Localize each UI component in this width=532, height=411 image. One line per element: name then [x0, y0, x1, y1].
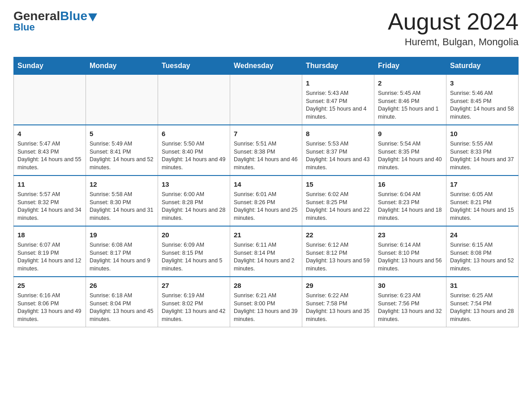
calendar-cell: 30Sunrise: 6:23 AM Sunset: 7:56 PM Dayli…: [374, 277, 446, 327]
calendar-cell: 4Sunrise: 5:47 AM Sunset: 8:43 PM Daylig…: [14, 125, 86, 176]
day-number: 27: [162, 281, 226, 290]
calendar-cell: 21Sunrise: 6:11 AM Sunset: 8:14 PM Dayli…: [230, 226, 302, 277]
day-number: 9: [378, 129, 442, 138]
calendar-cell: 1Sunrise: 5:43 AM Sunset: 8:47 PM Daylig…: [302, 75, 374, 125]
day-info: Sunrise: 6:00 AM Sunset: 8:28 PM Dayligh…: [162, 191, 226, 222]
day-info: Sunrise: 5:55 AM Sunset: 8:33 PM Dayligh…: [450, 140, 515, 171]
calendar-header-friday: Friday: [374, 57, 446, 75]
calendar-header-wednesday: Wednesday: [230, 57, 302, 75]
day-number: 7: [234, 129, 298, 138]
calendar-cell: [14, 75, 86, 125]
day-number: 11: [17, 180, 82, 189]
day-number: 31: [450, 281, 515, 290]
day-info: Sunrise: 6:01 AM Sunset: 8:26 PM Dayligh…: [234, 191, 298, 222]
day-info: Sunrise: 6:14 AM Sunset: 8:10 PM Dayligh…: [378, 241, 442, 273]
calendar-cell: 31Sunrise: 6:25 AM Sunset: 7:54 PM Dayli…: [446, 277, 519, 327]
day-number: 12: [90, 180, 154, 189]
day-info: Sunrise: 5:47 AM Sunset: 8:43 PM Dayligh…: [17, 140, 82, 171]
day-info: Sunrise: 5:53 AM Sunset: 8:37 PM Dayligh…: [306, 140, 370, 171]
day-number: 13: [162, 180, 226, 189]
calendar-cell: 20Sunrise: 6:09 AM Sunset: 8:15 PM Dayli…: [158, 226, 230, 277]
day-info: Sunrise: 6:08 AM Sunset: 8:17 PM Dayligh…: [90, 241, 154, 273]
day-number: 3: [450, 78, 515, 88]
calendar-cell: 15Sunrise: 6:02 AM Sunset: 8:25 PM Dayli…: [302, 176, 374, 226]
day-number: 20: [162, 230, 226, 240]
day-info: Sunrise: 5:43 AM Sunset: 8:47 PM Dayligh…: [306, 90, 370, 121]
day-number: 1: [306, 78, 370, 88]
calendar-cell: 2Sunrise: 5:45 AM Sunset: 8:46 PM Daylig…: [374, 75, 446, 125]
day-number: 6: [162, 129, 226, 138]
calendar-week-row: 1Sunrise: 5:43 AM Sunset: 8:47 PM Daylig…: [14, 75, 519, 125]
calendar-header-row: SundayMondayTuesdayWednesdayThursdayFrid…: [14, 57, 519, 75]
calendar-cell: 19Sunrise: 6:08 AM Sunset: 8:17 PM Dayli…: [86, 226, 158, 277]
day-number: 8: [306, 129, 370, 138]
day-info: Sunrise: 5:49 AM Sunset: 8:41 PM Dayligh…: [90, 140, 154, 171]
day-info: Sunrise: 6:23 AM Sunset: 7:56 PM Dayligh…: [378, 292, 442, 323]
day-number: 23: [378, 230, 442, 240]
day-number: 28: [234, 281, 298, 290]
calendar-cell: 13Sunrise: 6:00 AM Sunset: 8:28 PM Dayli…: [158, 176, 230, 226]
calendar-header-saturday: Saturday: [446, 57, 519, 75]
calendar-cell: 16Sunrise: 6:04 AM Sunset: 8:23 PM Dayli…: [374, 176, 446, 226]
calendar-cell: 12Sunrise: 5:58 AM Sunset: 8:30 PM Dayli…: [86, 176, 158, 226]
day-info: Sunrise: 6:12 AM Sunset: 8:12 PM Dayligh…: [306, 241, 370, 273]
calendar-cell: 26Sunrise: 6:18 AM Sunset: 8:04 PM Dayli…: [86, 277, 158, 327]
calendar-cell: 5Sunrise: 5:49 AM Sunset: 8:41 PM Daylig…: [86, 125, 158, 176]
day-number: 18: [17, 230, 82, 240]
logo: General Blue Blue: [13, 9, 97, 33]
calendar-cell: 18Sunrise: 6:07 AM Sunset: 8:19 PM Dayli…: [14, 226, 86, 277]
calendar-cell: 25Sunrise: 6:16 AM Sunset: 8:06 PM Dayli…: [14, 277, 86, 327]
day-number: 2: [378, 78, 442, 88]
day-info: Sunrise: 5:54 AM Sunset: 8:35 PM Dayligh…: [378, 140, 442, 171]
calendar-cell: 29Sunrise: 6:22 AM Sunset: 7:58 PM Dayli…: [302, 277, 374, 327]
calendar-table: SundayMondayTuesdayWednesdayThursdayFrid…: [13, 57, 519, 327]
day-number: 5: [90, 129, 154, 138]
day-number: 24: [450, 230, 515, 240]
day-info: Sunrise: 6:19 AM Sunset: 8:02 PM Dayligh…: [162, 292, 226, 323]
day-number: 25: [17, 281, 82, 290]
day-info: Sunrise: 5:45 AM Sunset: 8:46 PM Dayligh…: [378, 90, 442, 121]
day-info: Sunrise: 5:50 AM Sunset: 8:40 PM Dayligh…: [162, 140, 226, 171]
day-info: Sunrise: 6:05 AM Sunset: 8:21 PM Dayligh…: [450, 191, 515, 222]
calendar-week-row: 25Sunrise: 6:16 AM Sunset: 8:06 PM Dayli…: [14, 277, 519, 327]
day-number: 30: [378, 281, 442, 290]
calendar-cell: 22Sunrise: 6:12 AM Sunset: 8:12 PM Dayli…: [302, 226, 374, 277]
day-info: Sunrise: 6:11 AM Sunset: 8:14 PM Dayligh…: [234, 241, 298, 273]
calendar-cell: 10Sunrise: 5:55 AM Sunset: 8:33 PM Dayli…: [446, 125, 519, 176]
day-info: Sunrise: 6:15 AM Sunset: 8:08 PM Dayligh…: [450, 241, 515, 273]
logo-triangle-icon: [88, 13, 97, 21]
logo-subtitle: Blue: [13, 21, 35, 33]
calendar-cell: [86, 75, 158, 125]
calendar-header-thursday: Thursday: [302, 57, 374, 75]
page-header: General Blue Blue August 2024 Huremt, Bu…: [13, 9, 519, 48]
day-number: 17: [450, 180, 515, 189]
calendar-cell: 6Sunrise: 5:50 AM Sunset: 8:40 PM Daylig…: [158, 125, 230, 176]
day-number: 10: [450, 129, 515, 138]
calendar-cell: 11Sunrise: 5:57 AM Sunset: 8:32 PM Dayli…: [14, 176, 86, 226]
calendar-week-row: 4Sunrise: 5:47 AM Sunset: 8:43 PM Daylig…: [14, 125, 519, 176]
month-year-title: August 2024: [388, 9, 519, 34]
day-number: 16: [378, 180, 442, 189]
calendar-cell: 17Sunrise: 6:05 AM Sunset: 8:21 PM Dayli…: [446, 176, 519, 226]
day-info: Sunrise: 6:02 AM Sunset: 8:25 PM Dayligh…: [306, 191, 370, 222]
day-number: 21: [234, 230, 298, 240]
calendar-cell: 9Sunrise: 5:54 AM Sunset: 8:35 PM Daylig…: [374, 125, 446, 176]
calendar-cell: 23Sunrise: 6:14 AM Sunset: 8:10 PM Dayli…: [374, 226, 446, 277]
day-info: Sunrise: 5:51 AM Sunset: 8:38 PM Dayligh…: [234, 140, 298, 171]
calendar-cell: 24Sunrise: 6:15 AM Sunset: 8:08 PM Dayli…: [446, 226, 519, 277]
day-info: Sunrise: 6:21 AM Sunset: 8:00 PM Dayligh…: [234, 292, 298, 323]
logo-blue-text: Blue: [60, 9, 87, 23]
calendar-cell: 27Sunrise: 6:19 AM Sunset: 8:02 PM Dayli…: [158, 277, 230, 327]
calendar-cell: [230, 75, 302, 125]
day-number: 19: [90, 230, 154, 240]
calendar-cell: 14Sunrise: 6:01 AM Sunset: 8:26 PM Dayli…: [230, 176, 302, 226]
day-info: Sunrise: 6:16 AM Sunset: 8:06 PM Dayligh…: [17, 292, 82, 323]
calendar-cell: 8Sunrise: 5:53 AM Sunset: 8:37 PM Daylig…: [302, 125, 374, 176]
day-info: Sunrise: 6:22 AM Sunset: 7:58 PM Dayligh…: [306, 292, 370, 323]
day-info: Sunrise: 6:18 AM Sunset: 8:04 PM Dayligh…: [90, 292, 154, 323]
calendar-cell: 3Sunrise: 5:46 AM Sunset: 8:45 PM Daylig…: [446, 75, 519, 125]
calendar-header-monday: Monday: [86, 57, 158, 75]
calendar-header-sunday: Sunday: [14, 57, 86, 75]
calendar-cell: 28Sunrise: 6:21 AM Sunset: 8:00 PM Dayli…: [230, 277, 302, 327]
day-info: Sunrise: 6:04 AM Sunset: 8:23 PM Dayligh…: [378, 191, 442, 222]
